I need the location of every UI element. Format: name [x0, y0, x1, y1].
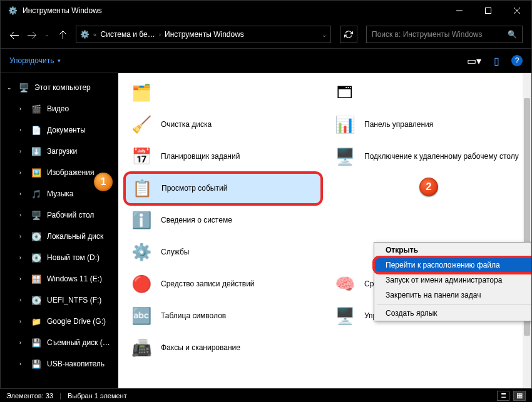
preview-pane-button[interactable]: ▯: [489, 53, 504, 68]
app-icon: ⚙️: [128, 239, 155, 266]
folder-icon: 💽: [31, 231, 42, 242]
file-item[interactable]: 📠 Факсы и сканирование: [125, 332, 322, 364]
search-icon[interactable]: 🔍: [508, 30, 517, 39]
chevron-right-icon: ›: [159, 31, 161, 38]
file-item[interactable]: 🧹 Очистка диска: [125, 109, 322, 141]
file-item[interactable]: 📊 Панель управления: [328, 109, 525, 141]
file-item-label: Панель управления: [364, 120, 433, 129]
chevron-right-icon[interactable]: ›: [19, 191, 26, 197]
sidebar-item[interactable]: › 📁 Google Drive (G:): [1, 311, 118, 332]
folder-icon: 🪟: [31, 273, 42, 284]
file-item[interactable]: 📅 Планировщик заданий: [125, 141, 322, 173]
organize-button[interactable]: Упорядочить▾: [9, 56, 61, 65]
file-item[interactable]: 🔤 Таблица символов: [125, 300, 322, 332]
file-item-label: Средство записи действий: [161, 279, 255, 289]
view-icons-button[interactable]: ▦: [513, 391, 526, 401]
app-icon: 🖥️: [332, 303, 358, 329]
chevron-right-icon[interactable]: ›: [19, 148, 26, 154]
file-item[interactable]: 📋 Просмотр событий: [125, 173, 322, 204]
file-item[interactable]: 🗔: [328, 77, 525, 109]
chevron-right-icon[interactable]: ›: [19, 106, 26, 112]
refresh-button[interactable]: [340, 26, 357, 43]
status-elements: Элементов: 33: [6, 392, 53, 399]
sidebar-item[interactable]: › 🪟 Windows 11 (E:): [1, 268, 118, 289]
folder-icon: 🖼️: [31, 167, 42, 178]
nav-forward-button[interactable]: 🡢: [27, 30, 36, 39]
titlebar: ⚙️ Инструменты Windows: [1, 1, 531, 21]
app-icon: 🗂️: [128, 80, 155, 106]
sidebar: ⌄ 🖥️ Этот компьютер › 🎬 Видео› 📄 Докумен…: [1, 73, 118, 389]
address-icon: ⚙️: [80, 30, 90, 39]
vertical-scrollbar[interactable]: [523, 73, 531, 389]
app-icon: 🔤: [128, 303, 155, 329]
context-menu-item[interactable]: Открыть: [374, 243, 531, 258]
app-icon: 🖥️: [332, 144, 358, 170]
sidebar-item-label: Windows 11 (E:): [47, 274, 102, 283]
sidebar-item-label: Музыка: [47, 189, 73, 198]
chevron-right-icon[interactable]: ›: [19, 212, 26, 218]
sidebar-item-label: Изображения: [47, 168, 94, 177]
context-menu-item[interactable]: Закрепить на панели задач: [374, 288, 531, 303]
file-item[interactable]: ℹ️ Сведения о системе: [125, 204, 322, 236]
file-item[interactable]: ⚙️ Службы: [125, 236, 322, 268]
app-icon: [332, 176, 358, 202]
sidebar-item[interactable]: › ⬇️ Загрузки: [1, 141, 118, 162]
minimize-button[interactable]: [445, 1, 474, 21]
maximize-button[interactable]: [474, 1, 503, 21]
sidebar-item[interactable]: › 💽 Локальный диск: [1, 226, 118, 247]
sidebar-item[interactable]: › 🖥️ Рабочий стол: [1, 204, 118, 226]
chevron-right-icon[interactable]: ›: [19, 169, 26, 176]
sidebar-item[interactable]: › 💽 UEFI_NTFS (F:): [1, 289, 118, 311]
sidebar-item-label: Google Drive (G:): [47, 317, 106, 326]
chevron-right-icon[interactable]: ›: [19, 339, 26, 346]
sidebar-item[interactable]: › 💾 USB-накопитель: [1, 353, 118, 374]
breadcrumb-seg-1[interactable]: Система и бе…: [101, 30, 155, 39]
context-menu-item[interactable]: Перейти к расположению файла: [374, 258, 531, 273]
folder-icon: 🎵: [31, 188, 42, 199]
sidebar-item-label: Загрузки: [47, 147, 77, 156]
nav-back-button[interactable]: 🡠: [9, 30, 18, 39]
svg-rect-1: [486, 8, 491, 14]
chevron-right-icon[interactable]: ›: [19, 318, 26, 324]
file-item-label: Планировщик заданий: [161, 152, 240, 161]
file-item-label: Просмотр событий: [161, 184, 227, 193]
sidebar-item[interactable]: › 💽 Новый том (D:): [1, 247, 118, 268]
context-menu-item[interactable]: Запуск от имени администратора: [374, 273, 531, 288]
search-input[interactable]: [372, 30, 504, 39]
chevron-right-icon[interactable]: ›: [19, 361, 26, 367]
chevron-right-icon[interactable]: ›: [19, 254, 26, 261]
chevron-right-icon[interactable]: ›: [19, 276, 26, 282]
context-menu: ОткрытьПерейти к расположению файлаЗапус…: [374, 242, 531, 321]
app-icon: 📊: [332, 112, 358, 138]
chevron-down-icon[interactable]: ⌄: [322, 31, 327, 38]
nav-history-button[interactable]: ⌄: [44, 31, 49, 38]
annotation-callout-2: 2: [419, 178, 438, 196]
sidebar-item[interactable]: › 💾 Съемный диск (…: [1, 332, 118, 353]
chevron-down-icon[interactable]: ⌄: [7, 84, 13, 91]
help-button[interactable]: ?: [511, 55, 523, 66]
chevron-right-icon[interactable]: ›: [19, 297, 26, 303]
file-item[interactable]: 🗂️: [125, 77, 322, 109]
view-details-button[interactable]: ≣: [497, 391, 509, 401]
file-item[interactable]: 🔴 Средство записи действий: [125, 268, 322, 300]
folder-icon: 📄: [31, 124, 42, 136]
sidebar-root-this-pc[interactable]: ⌄ 🖥️ Этот компьютер: [1, 77, 118, 98]
file-item[interactable]: [328, 204, 525, 236]
file-item[interactable]: 🖥️ Подключение к удаленному рабочему сто…: [328, 141, 525, 173]
sidebar-item[interactable]: › 📄 Документы: [1, 119, 118, 141]
app-icon: [332, 335, 358, 361]
nav-up-button[interactable]: 🡡: [58, 30, 67, 39]
folder-icon: 💽: [31, 294, 42, 306]
address-bar[interactable]: ⚙️ « Система и бе… › Инструменты Windows…: [76, 26, 331, 43]
app-icon: ⚙️: [8, 6, 18, 15]
close-button[interactable]: [503, 1, 531, 21]
app-icon: 🧠: [332, 271, 358, 298]
chevron-right-icon[interactable]: ›: [19, 127, 26, 133]
view-options-button[interactable]: ▭▾: [466, 53, 481, 68]
breadcrumb-seg-2[interactable]: Инструменты Windows: [165, 30, 244, 39]
search-box[interactable]: 🔍: [366, 26, 523, 43]
context-menu-item[interactable]: Создать ярлык: [374, 306, 531, 321]
chevron-right-icon[interactable]: ›: [19, 233, 26, 239]
sidebar-item[interactable]: › 🎬 Видео: [1, 98, 118, 119]
file-item[interactable]: [328, 332, 525, 364]
